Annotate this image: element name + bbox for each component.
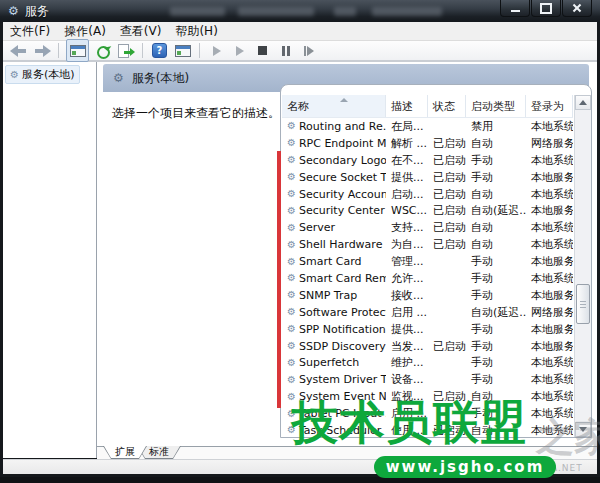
services-list: 名称描述状态启动类型登录为 ⚙Routing and Re...在局...禁用本…: [280, 84, 592, 438]
watermark-url-pill: www.jsgho.com: [374, 456, 556, 478]
back-button[interactable]: [9, 41, 28, 60]
minimize-icon: [511, 10, 520, 12]
restart-service-button[interactable]: [299, 41, 318, 60]
export-list-button[interactable]: [116, 41, 135, 60]
service-gear-icon: ⚙: [287, 172, 296, 182]
service-name-cell: ⚙Shell Hardware ...: [282, 236, 386, 253]
service-description-cell: 允许...: [386, 270, 428, 287]
red-annotation-line: [277, 151, 281, 408]
service-startup-type-cell: 自动: [466, 186, 526, 203]
service-description-cell: 启动...: [386, 186, 428, 203]
table-row[interactable]: ⚙Routing and Re...在局...禁用本地系统: [282, 118, 573, 135]
help-button[interactable]: ?: [150, 41, 169, 60]
service-startup-type-cell: 手动: [466, 338, 526, 355]
service-logon-cell: 本地服务: [526, 338, 573, 355]
table-row[interactable]: ⚙Security Account...启动...已启动自动本地系统: [282, 186, 573, 203]
close-button[interactable]: [562, 0, 592, 17]
tab-extended[interactable]: 扩展: [103, 446, 147, 459]
table-row[interactable]: ⚙SPP Notification ...提供...手动本地服务: [282, 321, 573, 338]
redacted-text-block: [170, 7, 225, 16]
service-status-cell: [428, 321, 466, 338]
service-startup-type-cell: 手动: [466, 169, 526, 186]
service-name-cell: ⚙Smart Card Rem...: [282, 270, 386, 287]
service-status-cell: 已启动: [428, 338, 466, 355]
service-logon-cell: 本地系统: [526, 388, 573, 405]
service-name: Shell Hardware ...: [299, 238, 386, 251]
minimize-button[interactable]: [500, 0, 530, 17]
forward-button[interactable]: [32, 41, 51, 60]
start-service-button[interactable]: [207, 41, 226, 60]
table-row[interactable]: ⚙Server支持...已启动自动本地系统: [282, 219, 573, 236]
service-startup-type-cell: 自动: [466, 135, 526, 152]
table-row[interactable]: ⚙Software Protect...启用 ...自动(延迟...网络服务: [282, 304, 573, 321]
service-name: Software Protect...: [299, 306, 386, 319]
service-gear-icon: ⚙: [287, 223, 296, 233]
menu-item[interactable]: 查看(V): [113, 23, 169, 40]
service-gear-icon: ⚙: [113, 72, 124, 84]
column-header[interactable]: 启动类型: [466, 95, 526, 117]
show-hide-action-pane-button[interactable]: [173, 41, 192, 60]
service-startup-type-cell: 手动: [466, 152, 526, 169]
start-service-icon: [213, 46, 221, 56]
table-row[interactable]: ⚙SSDP Discovery当发...已启动手动本地服务: [282, 338, 573, 355]
table-row[interactable]: ⚙Secondary Logon在不...已启动手动本地系统: [282, 152, 573, 169]
restart-service-icon: [304, 46, 314, 56]
table-row[interactable]: ⚙Security CenterWSC...已启动自动(延迟...本地服务: [282, 202, 573, 219]
description-hint: 选择一个项目来查看它的描述。: [112, 105, 280, 122]
service-gear-icon: ⚙: [287, 206, 296, 216]
service-name: Superfetch: [299, 356, 359, 369]
service-description-cell: 解析 ...: [386, 135, 428, 152]
show-console-tree-button[interactable]: [66, 39, 89, 62]
service-startup-type-cell: 手动: [466, 371, 526, 388]
export-list-icon: [118, 44, 133, 57]
title-bar[interactable]: ⚙ 服务: [0, 0, 600, 22]
service-name-cell: ⚙Security Center: [282, 202, 386, 219]
maximize-button[interactable]: [531, 0, 561, 17]
table-row[interactable]: ⚙SNMP Trap接收...手动本地服务: [282, 287, 573, 304]
column-header[interactable]: 登录为: [526, 95, 573, 117]
service-gear-icon: ⚙: [287, 155, 296, 165]
tabs: 扩展标准: [103, 446, 181, 459]
stop-service-button[interactable]: [253, 41, 272, 60]
service-status-cell: [428, 371, 466, 388]
table-row[interactable]: ⚙Smart Card管理...手动本地服务: [282, 253, 573, 270]
menu-item[interactable]: 帮助(H): [168, 23, 224, 40]
service-name-cell: ⚙Routing and Re...: [282, 118, 386, 135]
menu-item[interactable]: 操作(A): [57, 23, 113, 40]
service-status-cell: [428, 253, 466, 270]
menu-item[interactable]: 文件(F): [3, 23, 57, 40]
refresh-button[interactable]: [93, 41, 112, 60]
tree-item-label: 服务(本地): [22, 67, 75, 82]
console-tree-icon: [70, 45, 86, 57]
service-description-cell: 当发...: [386, 338, 428, 355]
table-row[interactable]: ⚙Secure Socket T...提供...已启动手动本地服务: [282, 169, 573, 186]
tree-item-services-local[interactable]: ⚙ 服务(本地): [5, 65, 80, 84]
service-name-cell: ⚙Server: [282, 219, 386, 236]
redacted-text-block: [372, 7, 442, 16]
service-name: SSDP Discovery: [299, 340, 386, 353]
resume-service-button[interactable]: [230, 41, 249, 60]
service-description-cell: 为自...: [386, 236, 428, 253]
service-description-cell: 设备...: [386, 371, 428, 388]
table-row[interactable]: ⚙RPC Endpoint M...解析 ...已启动自动网络服务: [282, 135, 573, 152]
table-row[interactable]: ⚙Shell Hardware ...为自...已启动自动本地系统: [282, 236, 573, 253]
table-row[interactable]: ⚙Superfetch维护...手动本地系统: [282, 354, 573, 371]
service-name-cell: ⚙Superfetch: [282, 354, 386, 371]
service-logon-cell: 本地系统: [526, 186, 573, 203]
column-header[interactable]: 状态: [428, 95, 466, 117]
column-header[interactable]: 名称: [282, 95, 386, 117]
service-status-cell: [428, 287, 466, 304]
pause-service-button[interactable]: [276, 41, 295, 60]
service-name: SPP Notification ...: [299, 323, 386, 336]
column-header[interactable]: 描述: [386, 95, 428, 117]
vertical-scrollbar[interactable]: [574, 95, 591, 437]
table-row[interactable]: ⚙Smart Card Rem...允许...手动本地系统: [282, 270, 573, 287]
service-status-cell: [428, 118, 466, 135]
table-row[interactable]: ⚙System Driver T...设备...手动本地系统: [282, 371, 573, 388]
scrollbar-thumb[interactable]: [576, 284, 590, 324]
service-gear-icon: ⚙: [287, 257, 296, 267]
service-name-cell: ⚙Smart Card: [282, 253, 386, 270]
console-tree-panel: ⚙ 服务(本地): [3, 62, 97, 458]
scroll-up-button[interactable]: [575, 95, 591, 110]
service-logon-cell: 本地系统: [526, 152, 573, 169]
